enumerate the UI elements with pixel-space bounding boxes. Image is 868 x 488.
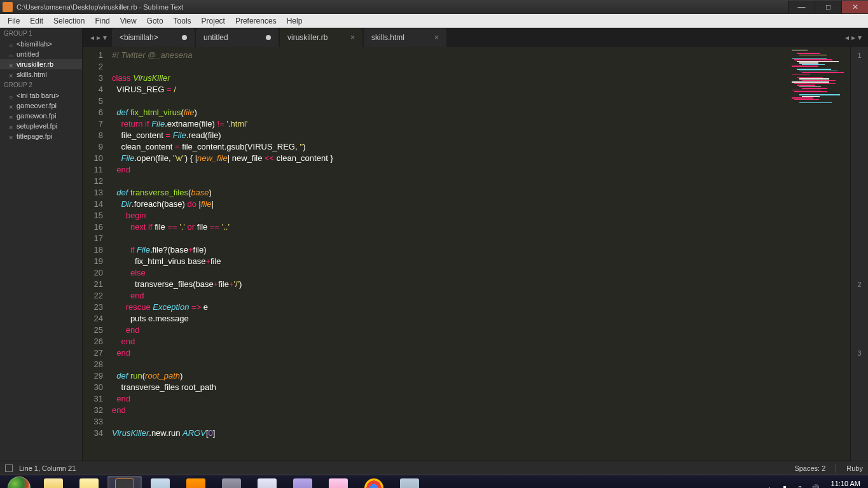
- close-icon: [9, 113, 14, 118]
- menu-preferences[interactable]: Preferences: [230, 15, 282, 27]
- menu-view[interactable]: View: [115, 15, 142, 27]
- window-controls: — □ ✕: [788, 1, 868, 13]
- system-tray: ▴ ▮ ▯ 🔊 11:10 AM 11/29/2017: [764, 480, 865, 488]
- menu-goto[interactable]: Goto: [142, 15, 169, 27]
- tab-next-icon[interactable]: ▸: [97, 33, 100, 42]
- menu-selection[interactable]: Selection: [48, 15, 90, 27]
- editor-area: ◂ ▸ ▾ <bismillah> untitled viruskiller.r…: [83, 28, 868, 461]
- tab-dropdown-icon[interactable]: ▾: [103, 33, 107, 42]
- network-icon[interactable]: ▯: [795, 483, 805, 488]
- dirty-icon: [9, 41, 14, 46]
- window-title: C:\Users\omsena\Desktop\viruskiller.rb -…: [17, 3, 183, 11]
- panel-icon[interactable]: [5, 464, 13, 472]
- paint-icon: [151, 478, 170, 488]
- close-icon: [9, 123, 14, 129]
- dirty-icon: [266, 35, 271, 40]
- sidebar-file[interactable]: viruskiller.rb: [0, 59, 82, 69]
- fold-marker[interactable]: 2: [851, 279, 868, 290]
- blender-icon: [186, 478, 205, 488]
- dirty-icon: [9, 93, 14, 98]
- battery-icon[interactable]: ▮: [780, 483, 790, 488]
- sidebar-file[interactable]: skills.html: [0, 69, 82, 80]
- close-icon: [9, 72, 14, 77]
- menu-project[interactable]: Project: [196, 15, 230, 27]
- code-editor[interactable]: #! Twitter @_anesena class VirusKiller V…: [109, 47, 787, 461]
- code-wrap: 1234567891011121314151617181920212223242…: [83, 47, 868, 461]
- start-button[interactable]: [3, 476, 36, 488]
- tab-prev-icon[interactable]: ◂: [845, 33, 849, 42]
- menu-tools[interactable]: Tools: [169, 15, 196, 27]
- tray-up-icon[interactable]: ▴: [764, 483, 775, 488]
- tab[interactable]: skills.html×: [364, 28, 446, 47]
- volume-icon[interactable]: 🔊: [810, 483, 820, 488]
- tab[interactable]: untitled: [196, 28, 279, 47]
- taskbar-item-paint[interactable]: [143, 476, 177, 488]
- taskbar-item-notes[interactable]: [72, 476, 106, 488]
- sidebar-file[interactable]: setuplevel.fpi: [0, 121, 82, 131]
- tab[interactable]: <bismillah>: [112, 28, 195, 47]
- sidebar-file[interactable]: titlepage.fpi: [0, 131, 82, 141]
- sublime-icon: [115, 478, 134, 488]
- tab-label: skills.html: [371, 33, 404, 42]
- notes-icon: [79, 478, 99, 488]
- close-button[interactable]: ✕: [841, 1, 868, 13]
- syntax-setting[interactable]: Ruby: [846, 464, 863, 472]
- menu-edit[interactable]: Edit: [25, 15, 48, 27]
- minimap[interactable]: [787, 47, 850, 461]
- menu-help[interactable]: Help: [282, 15, 308, 27]
- sidebar: GROUP 1 <bismillah> untitled viruskiller…: [0, 28, 83, 461]
- taskbar-item-keyboard[interactable]: [392, 476, 427, 488]
- tab-next-icon[interactable]: ▸: [851, 33, 855, 42]
- notepad-icon: [258, 478, 277, 488]
- status-left: Line 1, Column 21: [5, 464, 76, 472]
- tab-dropdown-icon[interactable]: ▾: [858, 33, 862, 42]
- indent-setting[interactable]: Spaces: 2: [794, 464, 825, 472]
- file-label: <bismillah>: [17, 40, 52, 48]
- group-header: GROUP 1: [0, 28, 82, 39]
- taskbar-item-sublime[interactable]: [107, 476, 142, 488]
- taskbar-item-notepad[interactable]: [250, 476, 284, 488]
- status-right: Spaces: 2 Ruby: [794, 464, 863, 473]
- tab-nav-left: ◂ ▸ ▾: [85, 28, 112, 47]
- tab-close-icon[interactable]: ×: [350, 33, 355, 42]
- dirty-icon: [182, 35, 187, 40]
- taskbar-item-explorer[interactable]: [36, 476, 71, 488]
- tab-prev-icon[interactable]: ◂: [90, 33, 94, 42]
- fold-marker[interactable]: 1: [851, 50, 868, 61]
- file-label: gamewon.fpi: [17, 112, 56, 120]
- taskbar: ▴ ▮ ▯ 🔊 11:10 AM 11/29/2017: [0, 475, 868, 488]
- taskbar-item-snip[interactable]: [321, 476, 355, 488]
- sidebar-file[interactable]: gamewon.fpi: [0, 111, 82, 121]
- close-icon: [9, 103, 14, 108]
- taskbar-item-chrome[interactable]: [357, 476, 391, 488]
- close-icon: [9, 62, 14, 67]
- keyboard-icon: [400, 478, 419, 488]
- taskbar-item-blender[interactable]: [179, 476, 213, 488]
- file-label: viruskiller.rb: [17, 60, 53, 68]
- tab[interactable]: viruskiller.rb×: [280, 28, 362, 47]
- taskbar-item-editor[interactable]: [286, 476, 320, 488]
- menubar: File Edit Selection Find View Goto Tools…: [0, 14, 868, 28]
- file-label: gameover.fpi: [17, 102, 57, 109]
- sidebar-file[interactable]: untitled: [0, 49, 82, 59]
- tab-label: viruskiller.rb: [287, 33, 327, 42]
- tab-close-icon[interactable]: ×: [434, 33, 439, 42]
- sidebar-file[interactable]: <ini tab baru>: [0, 90, 82, 101]
- dirty-icon: [9, 52, 14, 57]
- minimap-content: [792, 50, 845, 104]
- menu-file[interactable]: File: [3, 15, 25, 27]
- windows-orb-icon: [8, 477, 31, 488]
- minimize-button[interactable]: —: [788, 1, 815, 13]
- file-label: skills.html: [17, 71, 47, 78]
- maximize-button[interactable]: □: [815, 1, 841, 13]
- menu-find[interactable]: Find: [90, 15, 114, 27]
- taskbar-item-app[interactable]: [214, 476, 249, 488]
- tray-clock[interactable]: 11:10 AM 11/29/2017: [825, 480, 860, 488]
- group-header: GROUP 2: [0, 80, 82, 90]
- tab-bar: ◂ ▸ ▾ <bismillah> untitled viruskiller.r…: [83, 28, 868, 47]
- explorer-icon: [44, 478, 63, 488]
- cursor-position[interactable]: Line 1, Column 21: [19, 464, 76, 472]
- sidebar-file[interactable]: <bismillah>: [0, 39, 82, 49]
- sidebar-file[interactable]: gameover.fpi: [0, 101, 82, 111]
- fold-marker[interactable]: 3: [851, 347, 868, 359]
